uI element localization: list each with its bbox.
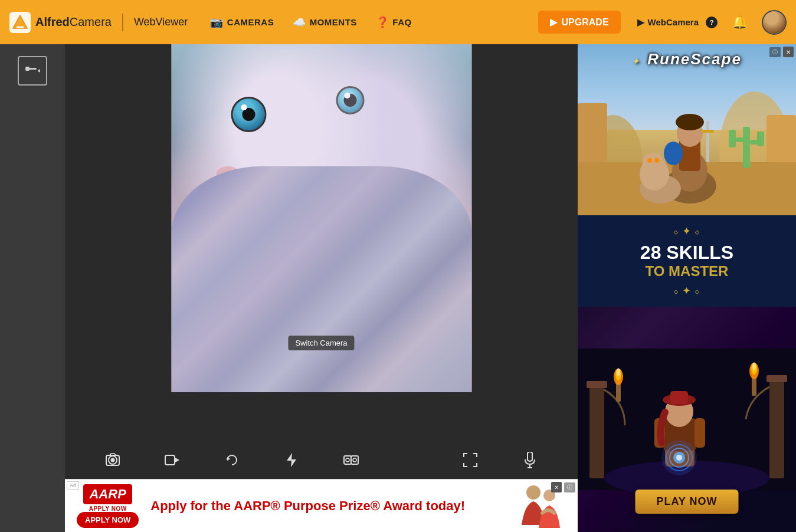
svg-rect-3 bbox=[26, 68, 37, 70]
camera-nav-icon: 📷 bbox=[210, 16, 224, 29]
rs-bottom-image: PLAY NOW bbox=[578, 307, 796, 532]
rs-master-text: TO MASTER bbox=[646, 263, 729, 280]
svg-rect-8 bbox=[165, 455, 175, 465]
svg-rect-35 bbox=[706, 121, 709, 162]
svg-rect-46 bbox=[769, 378, 784, 478]
nav-moments[interactable]: ☁️ MOMENTS bbox=[287, 12, 363, 32]
play-now-label: PLAY NOW bbox=[656, 495, 717, 507]
nav-faq[interactable]: ❓ FAQ bbox=[370, 12, 418, 32]
svg-rect-55 bbox=[670, 391, 688, 404]
logo-icon bbox=[9, 12, 31, 33]
fullscreen-button[interactable] bbox=[457, 447, 483, 473]
screenshot-button[interactable] bbox=[100, 447, 126, 473]
aarp-subtitle: APPLY NOW bbox=[89, 505, 127, 512]
webcamera-button[interactable]: ▶ WebCamera ? bbox=[637, 17, 718, 28]
night-mode-button[interactable] bbox=[398, 447, 424, 473]
svg-rect-12 bbox=[344, 456, 351, 464]
apply-now-button[interactable]: APPLY NOW bbox=[77, 512, 139, 528]
svg-point-60 bbox=[661, 440, 697, 475]
flash-button[interactable] bbox=[279, 447, 304, 473]
svg-point-64 bbox=[752, 362, 756, 370]
rs-middle-section: ⬦ ✦ ⬦ 28 SKILLS TO MASTER ⬦ ✦ ⬦ bbox=[578, 215, 796, 307]
svg-point-34 bbox=[676, 114, 704, 130]
bottom-ad-close-container: ✕ ⓘ bbox=[551, 482, 575, 492]
bottom-ad-info[interactable]: ⓘ bbox=[564, 482, 575, 492]
aarp-brand: AARP APPLY NOW APPLY NOW bbox=[77, 484, 139, 528]
divider-bar bbox=[122, 14, 123, 31]
upgrade-label: UPGRADE bbox=[562, 17, 609, 28]
svg-point-68 bbox=[617, 368, 620, 376]
svg-rect-25 bbox=[743, 127, 750, 168]
svg-point-14 bbox=[346, 458, 349, 462]
runescape-ad: RuneScape ⬦ ✦ ⬦ 28 SKILLS TO MASTER ⬦ ✦ … bbox=[578, 44, 796, 532]
svg-rect-52 bbox=[695, 418, 705, 448]
avatar-image bbox=[763, 11, 785, 34]
right-ad-close-container: ⓘ ✕ bbox=[769, 47, 794, 57]
right-ad-info[interactable]: ⓘ bbox=[769, 47, 781, 57]
bottom-ad-close-button[interactable]: ✕ bbox=[551, 482, 562, 492]
rs-top-image: RuneScape bbox=[578, 44, 796, 215]
right-ad-panel: ⓘ ✕ bbox=[578, 44, 796, 532]
video-container: Switch Camera bbox=[65, 44, 578, 441]
help-badge[interactable]: ? bbox=[706, 17, 718, 28]
camera-feed: Switch Camera bbox=[171, 44, 471, 392]
svg-point-6 bbox=[110, 458, 114, 462]
switch-camera-tooltip: Switch Camera bbox=[288, 336, 354, 350]
svg-point-41 bbox=[647, 158, 652, 163]
avatar[interactable] bbox=[762, 10, 787, 35]
svg-marker-11 bbox=[287, 453, 296, 467]
svg-rect-27 bbox=[729, 130, 736, 147]
bell-icon[interactable]: 🔔 bbox=[732, 15, 748, 30]
rotate-button[interactable] bbox=[219, 447, 245, 473]
nav-cameras[interactable]: 📷 CAMERAS bbox=[204, 12, 280, 32]
eye-left bbox=[231, 97, 267, 132]
record-button[interactable] bbox=[159, 447, 185, 473]
svg-rect-13 bbox=[351, 456, 358, 464]
svg-rect-48 bbox=[766, 375, 787, 382]
nav-faq-label: FAQ bbox=[392, 17, 411, 27]
sidebar-expand-button[interactable] bbox=[18, 56, 47, 86]
bottom-ad-banner: Ad AARP APPLY NOW APPLY NOW Apply for th… bbox=[65, 479, 578, 532]
svg-point-42 bbox=[654, 158, 659, 163]
header: AlfredCamera WebViewer 📷 CAMERAS ☁️ MOME… bbox=[0, 0, 796, 44]
upgrade-button[interactable]: ▶ UPGRADE bbox=[538, 11, 621, 34]
rs-logo-text: RuneScape bbox=[647, 50, 742, 68]
webviewer-label: WebViewer bbox=[134, 16, 188, 28]
aarp-logo: AARP bbox=[83, 484, 132, 504]
svg-point-18 bbox=[526, 485, 541, 500]
play-icon-small: ▶ bbox=[637, 17, 644, 28]
cloud-icon: ☁️ bbox=[293, 16, 306, 29]
svg-point-40 bbox=[643, 153, 664, 172]
nav-cameras-label: CAMERAS bbox=[227, 17, 274, 27]
main-content: Switch Camera bbox=[0, 44, 796, 532]
logo-text: AlfredCamera bbox=[35, 15, 112, 29]
rs-skills-text: 28 SKILLS bbox=[640, 242, 733, 263]
blanket bbox=[171, 166, 471, 393]
camera-area: Switch Camera bbox=[65, 44, 578, 532]
svg-rect-36 bbox=[702, 130, 714, 133]
question-icon: ❓ bbox=[376, 16, 389, 29]
svg-rect-45 bbox=[589, 384, 604, 478]
microphone-button[interactable] bbox=[517, 447, 543, 473]
rs-logo: RuneScape bbox=[632, 50, 742, 68]
svg-rect-29 bbox=[757, 132, 764, 146]
svg-point-15 bbox=[353, 458, 356, 462]
sidebar bbox=[0, 44, 65, 532]
rs-ornament-top: ⬦ ✦ ⬦ bbox=[673, 225, 700, 238]
nav-moments-label: MOMENTS bbox=[310, 17, 357, 27]
svg-rect-47 bbox=[587, 381, 607, 388]
svg-marker-10 bbox=[227, 457, 230, 461]
ad-text: Apply for the AARP® Purpose Prize® Award… bbox=[150, 498, 495, 514]
play-now-button[interactable]: PLAY NOW bbox=[635, 490, 738, 514]
controls-bar bbox=[65, 441, 578, 479]
svg-rect-26 bbox=[736, 137, 750, 142]
svg-marker-9 bbox=[175, 458, 179, 462]
bottom-ad-label: Ad bbox=[67, 481, 79, 490]
eye-right bbox=[336, 86, 365, 114]
play-icon: ▶ bbox=[550, 17, 557, 28]
switch-camera-button[interactable] bbox=[338, 447, 364, 473]
rs-ornament-bottom: ⬦ ✦ ⬦ bbox=[673, 284, 700, 297]
svg-point-37 bbox=[664, 142, 683, 165]
logo-area: AlfredCamera bbox=[9, 12, 112, 33]
right-ad-close-button[interactable]: ✕ bbox=[783, 47, 794, 57]
